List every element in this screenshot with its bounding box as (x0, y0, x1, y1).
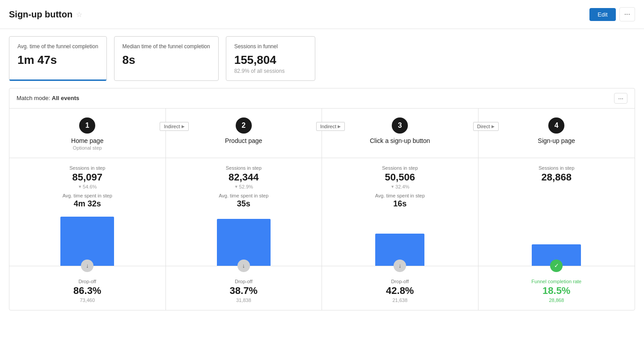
metric-card-avg-time[interactable]: Avg. time of the funnel completion 1m 47… (9, 36, 107, 81)
metric-sessions-value: 155,804 (234, 53, 307, 67)
sessions-label-2: Sessions in step (226, 165, 262, 171)
drop-icon-1: ↓ (81, 260, 93, 272)
drop-icon-4: ✓ (550, 260, 563, 272)
connector-badge-1: Indirect ▶ (160, 122, 188, 131)
page-title: Sign-up button (9, 9, 72, 20)
metric-median-value: 8s (123, 53, 210, 67)
step-name-4: Sign-up page (483, 137, 631, 144)
bottom-cell-4: Funnel completion rate 18.5% 28,868 (479, 266, 635, 310)
connector-badge-3: Direct ▶ (473, 122, 499, 131)
funnel-container: Match mode: All events ··· 1 Home page O… (9, 88, 635, 310)
bottom-cell-3: Drop-off 42.8% 21,638 (322, 266, 479, 310)
drop-label-1: Drop-off (14, 279, 161, 284)
drop-label-2: Drop-off (170, 279, 318, 284)
connector-arrow-1: ▶ (182, 124, 185, 129)
connector-arrow-3: ▶ (491, 124, 495, 129)
step-circle-1: 1 (79, 117, 95, 134)
bar-2: ↓ (217, 219, 271, 266)
funnel-steps-header: 1 Home page Optional step Indirect ▶ 2 P… (9, 109, 635, 158)
drop-sub-3: 21,638 (326, 298, 474, 303)
step-header-2: 2 Product page Indirect ▶ (166, 109, 322, 158)
sessions-value-4: 28,868 (542, 172, 572, 183)
bar-3: ↓ (375, 234, 424, 266)
sessions-value-3: 50,506 (385, 172, 415, 183)
funnel-bottom-row: Drop-off 86.3% 73,460 Drop-off 38.7% 31,… (9, 266, 635, 310)
step-data-3: Sessions in step 50,506 ▼ 32.4% Avg. tim… (322, 158, 479, 266)
drop-value-2: 38.7% (170, 285, 318, 297)
drop-icon-2: ↓ (237, 260, 250, 272)
bottom-cell-2: Drop-off 38.7% 31,838 (166, 266, 322, 310)
sessions-pct-1: ▼ 54.6% (78, 184, 97, 189)
time-label-1: Avg. time spent in step (63, 193, 112, 198)
time-value-2: 35s (237, 199, 250, 209)
funnel-more-button[interactable]: ··· (614, 93, 627, 104)
sessions-value-2: 82,344 (229, 172, 258, 183)
header-left: Sign-up button ☆ (9, 9, 82, 20)
pct-arrow-2: ▼ (234, 184, 238, 189)
step-header-3: 3 Click a sign-up button Direct ▶ (322, 109, 479, 158)
match-mode-text: Match mode: All events (17, 95, 79, 101)
metric-card-sessions[interactable]: Sessions in funnel 155,804 82.9% of all … (226, 36, 315, 81)
connector-3-4: Direct ▶ (473, 122, 499, 131)
bar-1: ↓ (60, 217, 114, 266)
step-header-1: 1 Home page Optional step Indirect ▶ (9, 109, 166, 158)
connector-badge-2: Indirect ▶ (316, 122, 345, 131)
time-value-1: 4m 32s (74, 199, 101, 209)
header-right: Edit ··· (589, 7, 635, 21)
step-subtitle-1: Optional step (14, 145, 161, 151)
step-header-4: 4 Sign-up page (479, 109, 635, 158)
bar-area-3: ↓ (326, 212, 474, 266)
funnel-data-row: Sessions in step 85,097 ▼ 54.6% Avg. tim… (9, 158, 635, 266)
drop-value-1: 86.3% (14, 285, 161, 297)
sessions-label-4: Sessions in step (538, 165, 574, 171)
bottom-cell-1: Drop-off 86.3% 73,460 (9, 266, 166, 310)
step-circle-4: 4 (548, 117, 564, 134)
step-circle-3: 3 (392, 117, 408, 134)
drop-sub-2: 31,838 (170, 298, 318, 303)
connector-2-3: Indirect ▶ (316, 122, 345, 131)
step-data-4: Sessions in step 28,868 — — — ✓ (479, 158, 635, 266)
bar-4: ✓ (532, 244, 581, 266)
time-value-3: 16s (393, 199, 407, 209)
sessions-value-1: 85,097 (72, 172, 102, 183)
pct-arrow-3: ▼ (390, 184, 394, 189)
metrics-row: Avg. time of the funnel completion 1m 47… (0, 29, 644, 88)
metric-avg-time-value: 1m 47s (17, 53, 98, 67)
sessions-label-3: Sessions in step (382, 165, 418, 171)
sessions-pct-3: ▼ 32.4% (390, 184, 409, 189)
edit-button[interactable]: Edit (589, 8, 615, 21)
sessions-pct-2: ▼ 52.9% (234, 184, 253, 189)
connector-arrow-2: ▶ (338, 124, 341, 129)
drop-value-3: 42.8% (326, 285, 474, 297)
metric-median-label: Median time of the funnel completion (123, 43, 210, 50)
pct-arrow-1: ▼ (78, 184, 82, 189)
step-name-1: Home page (14, 137, 161, 144)
bar-area-4: ✓ (483, 212, 631, 266)
time-label-3: Avg. time spent in step (375, 193, 425, 198)
step-name-2: Product page (170, 137, 318, 144)
more-options-button[interactable]: ··· (619, 7, 635, 21)
metric-sessions-sub: 82.9% of all sessions (234, 68, 307, 74)
drop-label-3: Drop-off (326, 279, 474, 284)
metric-avg-time-label: Avg. time of the funnel completion (17, 43, 98, 50)
connector-1-2: Indirect ▶ (160, 122, 188, 131)
metric-sessions-label: Sessions in funnel (234, 43, 307, 50)
sessions-label-1: Sessions in step (69, 165, 105, 171)
match-mode-bar: Match mode: All events ··· (9, 88, 635, 109)
drop-sub-1: 73,460 (14, 298, 161, 303)
completion-sub: 28,868 (483, 298, 631, 303)
step-data-1: Sessions in step 85,097 ▼ 54.6% Avg. tim… (9, 158, 166, 266)
bar-area-1: ↓ (14, 212, 161, 266)
time-label-2: Avg. time spent in step (219, 193, 268, 198)
completion-label: Funnel completion rate (483, 279, 631, 284)
bar-area-2: ↓ (170, 212, 318, 266)
completion-value: 18.5% (483, 285, 631, 297)
metric-card-median-time[interactable]: Median time of the funnel completion 8s (114, 36, 219, 81)
step-circle-2: 2 (236, 117, 252, 134)
page-header: Sign-up button ☆ Edit ··· (0, 0, 644, 29)
drop-icon-3: ↓ (394, 260, 406, 272)
step-data-2: Sessions in step 82,344 ▼ 52.9% Avg. tim… (166, 158, 322, 266)
favorite-icon[interactable]: ☆ (76, 10, 82, 19)
step-name-3: Click a sign-up button (326, 137, 474, 144)
